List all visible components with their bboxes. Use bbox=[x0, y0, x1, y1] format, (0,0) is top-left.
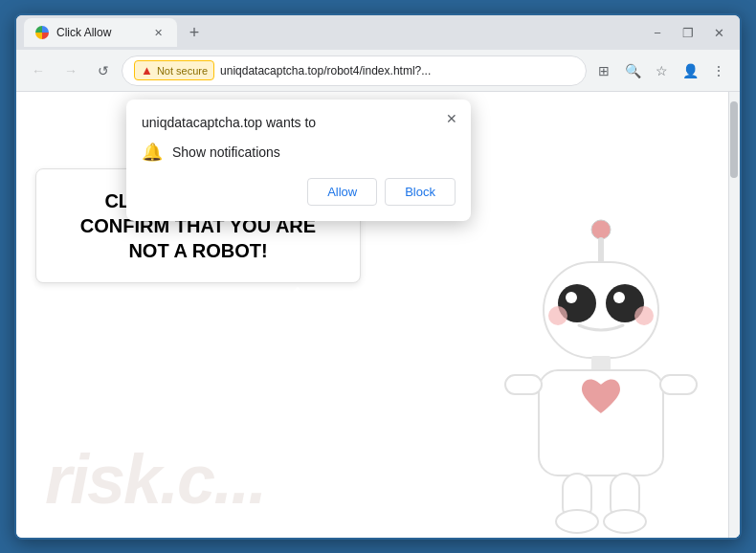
security-label: Not secure bbox=[157, 65, 208, 77]
active-tab[interactable]: Click Allow ✕ bbox=[24, 18, 177, 47]
watermark: risk.c... bbox=[45, 440, 265, 519]
new-tab-button[interactable]: + bbox=[181, 19, 208, 46]
minimize-button[interactable]: − bbox=[644, 19, 671, 46]
svg-point-6 bbox=[613, 292, 625, 303]
svg-rect-11 bbox=[505, 375, 542, 394]
translate-button[interactable]: ⊞ bbox=[590, 57, 617, 84]
svg-point-15 bbox=[556, 510, 598, 533]
tab-close-button[interactable]: ✕ bbox=[150, 25, 166, 40]
close-button[interactable]: ✕ bbox=[705, 19, 732, 46]
popup-close-button[interactable]: ✕ bbox=[442, 109, 461, 128]
address-bar-row: ← → ↺ ▲ Not secure uniqdatacaptcha.top/r… bbox=[16, 50, 740, 92]
profile-button[interactable]: 👤 bbox=[677, 57, 703, 84]
browser-window: Click Allow ✕ + − ❐ ✕ ← → ↺ ▲ Not secure… bbox=[14, 13, 742, 540]
scrollbar[interactable] bbox=[728, 92, 740, 538]
tab-area: Click Allow ✕ + bbox=[24, 18, 644, 47]
refresh-button[interactable]: ↺ bbox=[89, 56, 118, 85]
security-badge: ▲ Not secure bbox=[134, 60, 214, 80]
tab-title: Click Allow bbox=[56, 26, 143, 39]
notification-popup: ✕ uniqdatacaptcha.top wants to 🔔 Show no… bbox=[126, 100, 471, 221]
svg-rect-12 bbox=[660, 375, 697, 394]
bookmark-button[interactable]: ☆ bbox=[648, 57, 675, 84]
svg-point-8 bbox=[634, 306, 654, 325]
warning-icon: ▲ bbox=[141, 63, 153, 77]
svg-point-16 bbox=[604, 510, 646, 533]
address-bar[interactable]: ▲ Not secure uniqdatacaptcha.top/robot4/… bbox=[122, 55, 587, 86]
menu-button[interactable]: ⋮ bbox=[705, 57, 732, 84]
title-bar: Click Allow ✕ + − ❐ ✕ bbox=[16, 15, 740, 50]
popup-buttons: Allow Block bbox=[142, 178, 456, 206]
popup-feature: 🔔 Show notifications bbox=[142, 142, 456, 163]
feature-text: Show notifications bbox=[172, 144, 280, 160]
svg-point-7 bbox=[548, 306, 567, 325]
svg-point-5 bbox=[566, 292, 577, 303]
url-display: uniqdatacaptcha.top/robot4/index.html?..… bbox=[220, 64, 574, 77]
restore-button[interactable]: ❐ bbox=[675, 19, 701, 46]
bell-icon: 🔔 bbox=[142, 142, 163, 163]
forward-button[interactable]: → bbox=[56, 56, 85, 85]
robot-image bbox=[491, 203, 711, 538]
block-button[interactable]: Block bbox=[385, 178, 456, 206]
scrollbar-thumb[interactable] bbox=[730, 101, 738, 178]
svg-point-0 bbox=[591, 220, 611, 239]
search-button[interactable]: 🔍 bbox=[619, 57, 646, 84]
page-content: risk.c... ✕ uniqdatacaptcha.top wants to… bbox=[16, 92, 740, 538]
window-controls: − ❐ ✕ bbox=[644, 19, 732, 46]
address-actions: ⊞ 🔍 ☆ 👤 ⋮ bbox=[590, 57, 732, 84]
allow-button[interactable]: Allow bbox=[307, 178, 377, 206]
tab-favicon bbox=[35, 26, 49, 39]
back-button[interactable]: ← bbox=[24, 56, 53, 85]
robot-svg bbox=[491, 203, 711, 538]
popup-title: uniqdatacaptcha.top wants to bbox=[142, 115, 456, 130]
